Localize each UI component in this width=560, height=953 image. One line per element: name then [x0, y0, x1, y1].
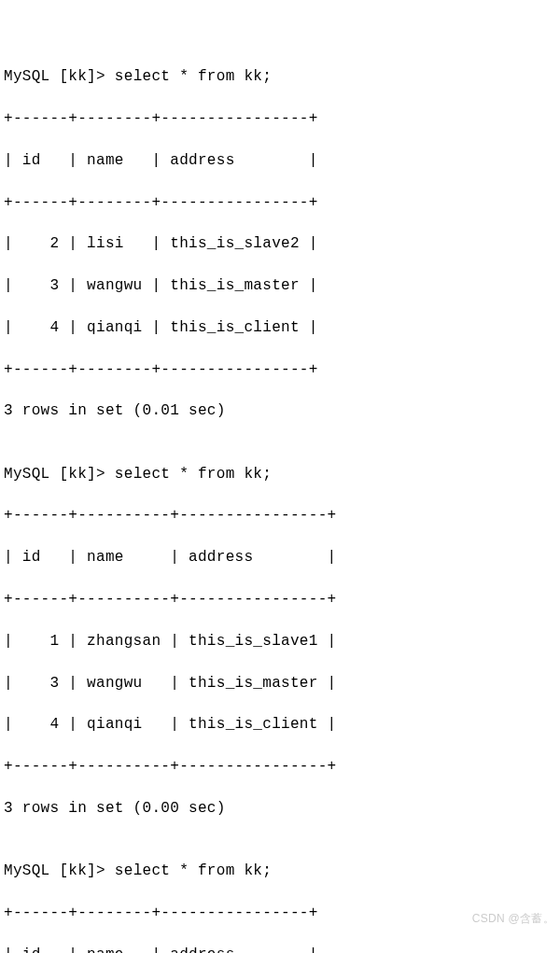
table-border: +------+----------+----------------+ [4, 505, 556, 526]
status-text: 3 rows in set (0.01 sec) [4, 400, 556, 421]
query-line-2: MySQL [kk]> select * from kk; [4, 464, 556, 484]
table-row: | 2 | lisi | this_is_slave2 | [4, 233, 556, 254]
sql-query: select * from kk; [115, 68, 272, 85]
query-line-3: MySQL [kk]> select * from kk; [4, 861, 556, 881]
sql-prompt[interactable]: MySQL [kk]> [4, 466, 115, 483]
sql-query: select * from kk; [115, 862, 272, 879]
table-border: +------+--------+----------------+ [4, 359, 556, 380]
sql-query: select * from kk; [115, 466, 272, 483]
sql-prompt[interactable]: MySQL [kk]> [4, 68, 115, 85]
table-header: | id | name | address | [4, 547, 556, 568]
table-border: +------+--------+----------------+ [4, 108, 556, 129]
watermark: CSDN @含蓄。 [472, 911, 554, 927]
table-border: +------+--------+----------------+ [4, 192, 556, 213]
table-row: | 3 | wangwu | this_is_master | [4, 275, 556, 296]
status-text: 3 rows in set (0.00 sec) [4, 798, 556, 819]
query-line-1: MySQL [kk]> select * from kk; [4, 66, 556, 87]
table-header: | id | name | address | [4, 150, 556, 171]
sql-prompt[interactable]: MySQL [kk]> [4, 862, 115, 879]
table-row: | 4 | qianqi | this_is_client | [4, 317, 556, 338]
table-row: | 4 | qianqi | this_is_client | [4, 714, 556, 735]
table-row: | 1 | zhangsan | this_is_slave1 | [4, 631, 556, 652]
table-header: | id | name | address | [4, 945, 556, 953]
table-border: +------+----------+----------------+ [4, 589, 556, 610]
table-border: +------+----------+----------------+ [4, 756, 556, 777]
table-row: | 3 | wangwu | this_is_master | [4, 673, 556, 694]
